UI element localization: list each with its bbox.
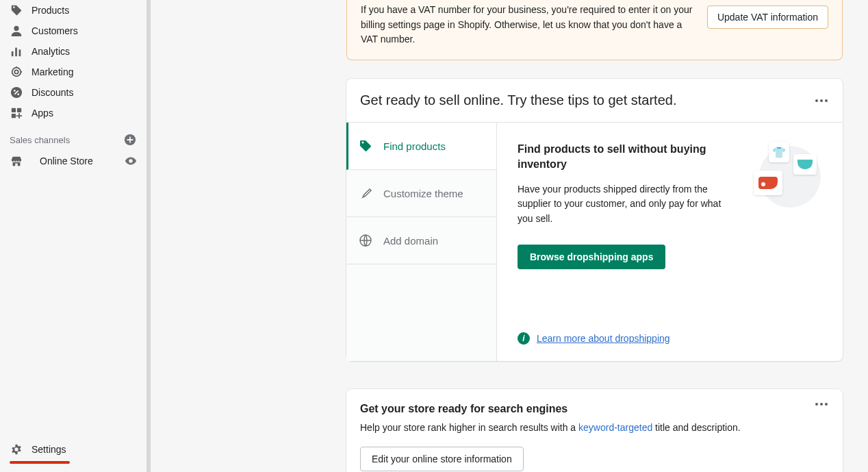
svg-point-5 [14, 70, 18, 73]
brush-icon [359, 186, 372, 200]
tips-card-header: Get ready to sell online. Try these tips… [346, 79, 843, 123]
sidebar-item-apps[interactable]: Apps [5, 103, 141, 123]
sales-channels-label: Sales channels [10, 135, 70, 145]
tag-icon [10, 3, 23, 17]
tips-card: Get ready to sell online. Try these tips… [346, 79, 843, 361]
nav-label: Analytics [31, 46, 70, 57]
tab-find-products[interactable]: Find products [346, 123, 496, 170]
channel-online-store[interactable]: Online Store [0, 151, 146, 171]
keyword-targeted-link[interactable]: keyword-targeted [578, 422, 652, 433]
nav-label: Products [31, 5, 69, 16]
edit-store-info-button[interactable]: Edit your online store information [360, 447, 524, 471]
seo-card: Get your store ready for search engines … [346, 389, 843, 472]
person-icon [10, 24, 23, 38]
sidebar-item-analytics[interactable]: Analytics [5, 41, 141, 62]
discount-icon [10, 86, 23, 99]
channel-label: Online Store [40, 156, 125, 166]
tab-label: Find products [383, 140, 446, 152]
tag-icon [359, 139, 372, 153]
seo-desc-post: title and description. [652, 422, 740, 433]
sidebar: Products Customers Analytics Marketing D… [0, 0, 147, 472]
svg-point-0 [14, 26, 18, 31]
svg-rect-9 [12, 108, 16, 112]
more-button[interactable] [815, 99, 828, 102]
seo-title: Get your store ready for search engines [360, 403, 567, 415]
tips-tabs: Find products Customize theme Add domain [346, 123, 497, 361]
tab-customize-theme[interactable]: Customize theme [346, 170, 496, 217]
highlight-underline [10, 461, 70, 464]
sidebar-item-customers[interactable]: Customers [5, 21, 141, 41]
nav-list: Products Customers Analytics Marketing D… [0, 0, 146, 123]
target-icon [10, 65, 23, 79]
globe-icon [359, 234, 372, 247]
tips-heading: Find products to sell without buying inv… [518, 142, 737, 173]
svg-rect-11 [12, 114, 16, 118]
view-store-button[interactable] [125, 155, 137, 167]
apps-icon [10, 106, 23, 120]
sidebar-item-marketing[interactable]: Marketing [5, 62, 141, 82]
sidebar-item-products[interactable]: Products [5, 0, 141, 21]
update-vat-button[interactable]: Update VAT information [707, 5, 828, 29]
nav-label: Marketing [31, 66, 73, 77]
sidebar-item-discounts[interactable]: Discounts [5, 82, 141, 103]
more-button[interactable] [815, 403, 828, 406]
sales-channels-header: Sales channels [0, 123, 146, 151]
tips-body: Find products Customize theme Add domain [346, 123, 843, 361]
browse-dropshipping-button[interactable]: Browse dropshipping apps [518, 245, 665, 269]
svg-rect-1 [12, 51, 14, 56]
learn-more-row: i Learn more about dropshipping [518, 332, 822, 345]
gear-icon [10, 443, 23, 456]
svg-rect-3 [19, 49, 21, 56]
store-icon [10, 154, 23, 168]
tips-card-title: Get ready to sell online. Try these tips… [360, 92, 676, 108]
info-icon: i [518, 332, 530, 345]
svg-point-7 [14, 90, 16, 92]
nav-label: Apps [31, 108, 53, 119]
vat-banner: If you have a VAT number for your busine… [346, 0, 843, 60]
vat-banner-text: If you have a VAT number for your busine… [361, 3, 707, 47]
seo-description: Help your store rank higher in search re… [360, 422, 828, 433]
tips-content: Find products to sell without buying inv… [497, 123, 843, 361]
settings-label: Settings [31, 444, 66, 455]
nav-label: Discounts [31, 87, 73, 98]
svg-rect-10 [17, 108, 21, 112]
sidebar-bottom: Settings [0, 432, 147, 472]
chart-icon [10, 45, 23, 58]
svg-rect-2 [15, 48, 17, 57]
main-content: If you have a VAT number for your busine… [151, 0, 868, 472]
settings-button[interactable]: Settings [5, 439, 142, 460]
seo-desc-pre: Help your store rank higher in search re… [360, 422, 578, 433]
nav-label: Customers [31, 25, 78, 36]
svg-point-4 [12, 68, 21, 77]
tab-label: Add domain [383, 235, 438, 247]
tips-description: Have your products shipped directly from… [518, 182, 737, 227]
products-illustration: 👕 [754, 142, 822, 203]
learn-more-link[interactable]: Learn more about dropshipping [537, 333, 670, 344]
svg-point-8 [17, 93, 19, 95]
tab-label: Customize theme [383, 188, 463, 199]
add-channel-button[interactable] [123, 133, 137, 147]
tab-add-domain[interactable]: Add domain [346, 217, 496, 264]
